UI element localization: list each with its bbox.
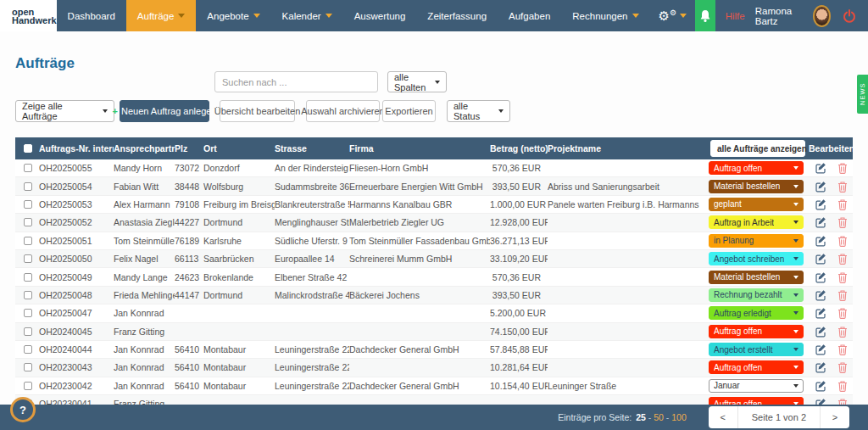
row-checkbox[interactable]	[24, 237, 32, 245]
column-header-ansprechpartner[interactable]: Ansprechpartner	[114, 143, 175, 154]
archive-selection-button[interactable]: Auswahl archivieren	[306, 100, 380, 122]
search-input[interactable]	[214, 71, 378, 92]
nav-item-aufträge[interactable]: Aufträge	[126, 0, 196, 31]
edit-row-button[interactable]	[809, 198, 832, 210]
row-status-select[interactable]: Material bestellen	[709, 180, 804, 193]
row-checkbox[interactable]	[24, 345, 32, 354]
nav-item-rechnungen[interactable]: Rechnungen	[561, 0, 649, 31]
row-status-select[interactable]: Auftrag offen	[709, 161, 804, 175]
column-header-plz[interactable]: Plz	[175, 143, 203, 154]
delete-row-button[interactable]	[832, 380, 853, 392]
row-status-select[interactable]: Angebot erstellt	[709, 343, 804, 356]
cell-ansprechpartner: Jan Konnrad	[114, 362, 175, 372]
user-avatar[interactable]	[813, 5, 831, 27]
row-checkbox[interactable]	[24, 254, 32, 263]
delete-row-button[interactable]	[832, 253, 853, 265]
edit-row-button[interactable]	[809, 235, 832, 247]
edit-row-button[interactable]	[809, 271, 832, 283]
prev-page-button[interactable]: <	[709, 406, 737, 428]
settings-menu-button[interactable]: ⚙⚙	[650, 0, 696, 31]
edit-row-button[interactable]	[809, 216, 832, 228]
logo-line1: open	[12, 8, 57, 16]
edit-row-button[interactable]	[809, 380, 832, 392]
row-checkbox[interactable]	[24, 327, 32, 336]
row-status-select[interactable]: in Planung	[709, 234, 804, 248]
row-status-select[interactable]: Auftrag offen	[709, 360, 804, 374]
edit-row-button[interactable]	[809, 253, 832, 265]
column-header-projektname[interactable]: Projektname	[548, 143, 709, 154]
edit-row-button[interactable]	[809, 343, 832, 355]
row-checkbox[interactable]	[24, 363, 32, 371]
row-checkbox[interactable]	[24, 291, 32, 299]
notifications-button[interactable]	[695, 0, 715, 31]
delete-row-button[interactable]	[832, 307, 853, 319]
app-logo[interactable]: open Handwerk	[0, 0, 57, 31]
help-link[interactable]: Hilfe	[715, 0, 755, 31]
edit-row-button[interactable]	[809, 289, 832, 301]
nav-item-aufgaben[interactable]: Aufgaben	[498, 0, 561, 31]
row-status-select[interactable]: Auftrag offen	[709, 325, 804, 338]
help-fab-button[interactable]: ?	[10, 397, 36, 422]
delete-row-button[interactable]	[832, 162, 853, 174]
delete-row-button[interactable]	[832, 271, 853, 283]
edit-row-button[interactable]	[809, 361, 832, 373]
delete-row-button[interactable]	[832, 289, 853, 301]
row-status-select[interactable]: Auftrag erledigt	[709, 306, 804, 320]
row-checkbox[interactable]	[24, 164, 32, 172]
row-status-select[interactable]: Angebot schreiben	[709, 252, 804, 265]
row-status-select[interactable]: Auftrag in Arbeit	[709, 215, 804, 229]
logout-button[interactable]	[831, 0, 868, 31]
news-tab[interactable]: NEWS	[857, 75, 868, 114]
row-checkbox[interactable]	[24, 218, 32, 226]
row-checkbox[interactable]	[24, 382, 32, 390]
status-filter-select[interactable]: alle Status	[447, 100, 510, 122]
new-order-button[interactable]: + Neuen Auftrag anlegen	[120, 100, 209, 122]
export-button[interactable]: Exportieren	[382, 100, 436, 122]
nav-item-kalender[interactable]: Kalender	[271, 0, 343, 31]
delete-row-button[interactable]	[832, 181, 853, 193]
column-header-ort[interactable]: Ort	[203, 143, 275, 154]
delete-row-button[interactable]	[832, 216, 853, 228]
trash-icon	[837, 380, 848, 392]
nav-item-angebote[interactable]: Angebote	[196, 0, 270, 31]
row-checkbox[interactable]	[24, 273, 32, 282]
select-all-checkbox[interactable]	[24, 144, 32, 153]
nav-item-dashboard[interactable]: Dashboard	[57, 0, 126, 31]
columns-select[interactable]: alle Spalten	[387, 71, 447, 92]
chevron-down-icon	[793, 185, 798, 188]
edit-row-button[interactable]	[809, 162, 832, 174]
edit-row-button[interactable]	[809, 181, 832, 193]
row-status-select[interactable]: Januar	[709, 379, 804, 393]
row-status-select[interactable]: Material bestellen	[709, 271, 804, 284]
table-row: OH20250047 Jan Konnrad 5.200,00 EUR Auft…	[15, 304, 853, 322]
edit-row-button[interactable]	[809, 307, 832, 319]
column-header-strasse[interactable]: Strasse	[275, 143, 349, 154]
column-header-nr[interactable]: Auftrags-Nr. intern.	[39, 143, 114, 154]
row-status-select[interactable]: Rechnung bezahlt	[709, 288, 804, 302]
page-size-100[interactable]: 100	[671, 412, 687, 422]
column-header-firma[interactable]: Firma	[349, 143, 490, 154]
row-status-select[interactable]: geplant	[709, 198, 804, 211]
row-checkbox[interactable]	[24, 200, 32, 209]
column-header-betrag[interactable]: Betrag (netto)	[490, 143, 548, 154]
show-orders-select[interactable]: Zeige alle Aufträge	[15, 100, 114, 122]
row-checkbox[interactable]	[24, 182, 32, 191]
trash-icon	[837, 343, 848, 355]
chevron-down-icon	[103, 109, 108, 113]
page-size-25[interactable]: 25	[636, 412, 646, 422]
nav-item-zeiterfassung[interactable]: Zeiterfassung	[416, 0, 498, 31]
edit-overview-button[interactable]: Übersicht bearbeiten	[220, 100, 295, 122]
delete-row-button[interactable]	[832, 235, 853, 247]
delete-row-button[interactable]	[832, 326, 853, 338]
top-navigation: open Handwerk DashboardAufträgeAngeboteK…	[0, 0, 868, 31]
delete-row-button[interactable]	[832, 198, 853, 210]
next-page-button[interactable]: >	[821, 406, 849, 428]
cell-ansprechpartner: Fabian Witt	[114, 181, 175, 192]
header-status-select[interactable]: alle Aufträge anzeigen	[710, 140, 805, 157]
edit-row-button[interactable]	[809, 326, 832, 338]
delete-row-button[interactable]	[832, 361, 853, 373]
delete-row-button[interactable]	[832, 343, 853, 355]
nav-item-auswertung[interactable]: Auswertung	[343, 0, 417, 31]
row-checkbox[interactable]	[24, 309, 32, 317]
page-size-50[interactable]: 50	[654, 412, 664, 422]
